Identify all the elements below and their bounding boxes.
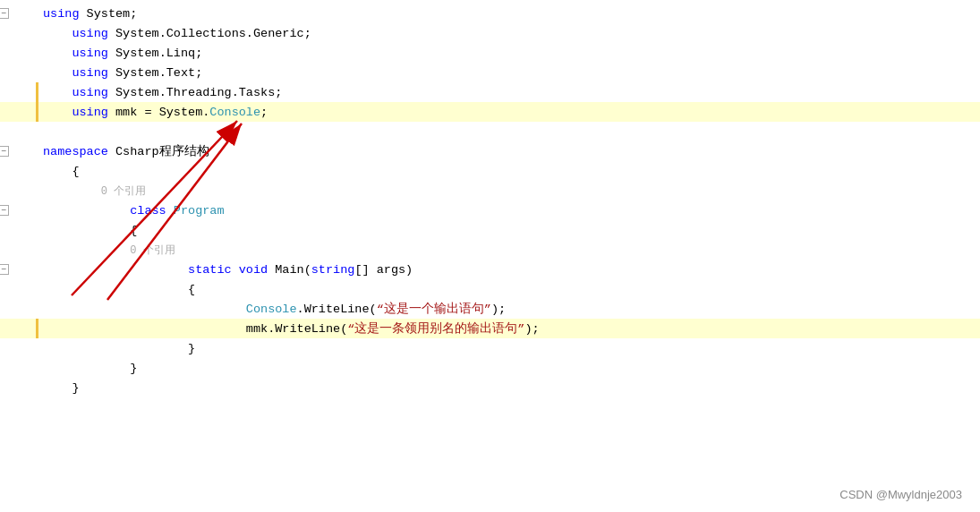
code-line: }: [0, 358, 980, 378]
token: }: [72, 381, 79, 395]
line-content: 0 个引用: [36, 243, 175, 258]
line-content: static void Main(string[] args): [36, 263, 413, 277]
token: System.Linq;: [108, 47, 202, 60]
token: .WriteLine(: [297, 303, 377, 316]
token: 0 个引用: [101, 185, 146, 198]
code-line: using System.Linq;: [0, 43, 980, 63]
line-content: 0 个引用: [36, 183, 146, 199]
line-content: using System.Threading.Tasks;: [36, 86, 282, 99]
token: System.Collections.Generic;: [108, 27, 311, 40]
collapse-button[interactable]: −: [0, 146, 9, 157]
token: Main(: [268, 263, 311, 277]
line-content: {: [36, 224, 137, 237]
code-line: {: [0, 161, 980, 181]
line-content: mmk.WriteLine(“这是一条领用别名的输出语句”);: [36, 320, 540, 337]
token: [232, 263, 239, 277]
line-content: using mmk = System.Console;: [36, 106, 268, 119]
code-line: }: [0, 338, 980, 358]
token: System.Threading.Tasks;: [108, 86, 282, 99]
token: using: [72, 106, 108, 119]
token: Console: [159, 303, 297, 316]
line-content: using System.Collections.Generic;: [36, 27, 311, 40]
token: 0 个引用: [130, 244, 175, 257]
token: System;: [80, 7, 138, 21]
token: [130, 263, 188, 277]
line-content: {: [36, 283, 195, 296]
code-line: mmk.WriteLine(“这是一条领用别名的输出语句”);: [0, 319, 980, 338]
token: Console: [209, 106, 260, 119]
token: {: [130, 283, 195, 296]
token: System.Text;: [108, 66, 202, 80]
code-line: using System.Threading.Tasks;: [0, 82, 980, 102]
token: “这是一个输出语句”: [377, 303, 491, 316]
code-line: using mmk = System.Console;: [0, 102, 980, 122]
code-line: }: [0, 378, 980, 397]
token: mmk.WriteLine(: [159, 322, 348, 336]
line-content: }: [36, 362, 137, 375]
token: class: [130, 204, 166, 218]
token: namespace: [43, 145, 108, 158]
token: mmk = System.: [108, 106, 209, 119]
token: [] args): [354, 263, 413, 277]
token: “这是一条领用别名的输出语句”: [347, 322, 524, 336]
token: );: [491, 303, 506, 316]
code-line: {: [0, 220, 980, 240]
code-line: 0 个引用: [0, 240, 980, 260]
collapse-button[interactable]: −: [0, 8, 9, 19]
token: );: [524, 322, 539, 336]
code-line: using System.Text;: [0, 63, 980, 82]
token: ;: [260, 106, 268, 119]
code-line: [0, 122, 980, 141]
token: Csharp程序结构: [108, 145, 209, 158]
code-container: −using System; using System.Collections.…: [0, 0, 980, 401]
token: [101, 204, 130, 218]
line-content: using System;: [36, 7, 137, 21]
token: [166, 204, 174, 218]
line-content: using System.Linq;: [36, 47, 202, 60]
code-line: − static void Main(string[] args): [0, 260, 980, 279]
token: Program: [174, 204, 225, 218]
collapse-button[interactable]: −: [0, 205, 9, 216]
token: using: [43, 7, 80, 21]
line-content: class Program: [36, 204, 225, 218]
code-line: {: [0, 279, 980, 299]
token: {: [72, 165, 79, 178]
code-line: −using System;: [0, 4, 980, 23]
code-line: −namespace Csharp程序结构: [0, 141, 980, 161]
line-content: }: [36, 381, 80, 395]
code-line: Console.WriteLine(“这是一个输出语句”);: [0, 299, 980, 319]
token: static: [188, 263, 232, 277]
collapse-button[interactable]: −: [0, 264, 9, 275]
code-line: − class Program: [0, 201, 980, 220]
line-content: namespace Csharp程序结构: [36, 143, 209, 159]
token: void: [239, 263, 268, 277]
token: string: [311, 263, 355, 277]
token: {: [101, 224, 138, 237]
token: using: [72, 27, 108, 40]
token: using: [72, 66, 108, 80]
line-content: {: [36, 165, 80, 178]
editor-area: −using System; using System.Collections.…: [0, 0, 980, 512]
watermark: CSDN @Mwyldnje2003: [839, 488, 962, 501]
token: }: [130, 342, 195, 355]
token: }: [101, 362, 138, 375]
token: using: [72, 47, 108, 60]
code-line: using System.Collections.Generic;: [0, 23, 980, 43]
code-line: 0 个引用: [0, 181, 980, 201]
line-content: }: [36, 342, 195, 355]
token: using: [72, 86, 108, 99]
line-content: Console.WriteLine(“这是一个输出语句”);: [36, 301, 506, 317]
line-content: using System.Text;: [36, 66, 202, 80]
